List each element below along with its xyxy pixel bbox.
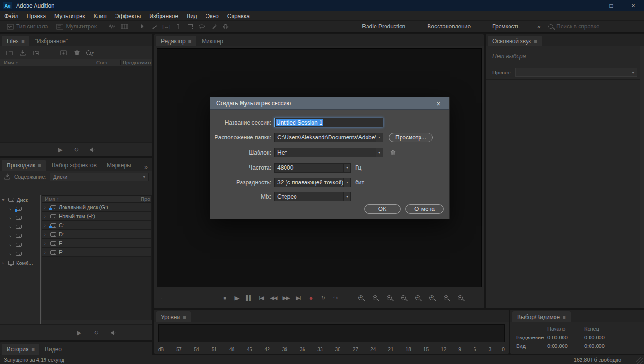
template-select[interactable]: Нет ▾ <box>274 148 383 157</box>
tab-history[interactable]: История ≡ <box>2 344 39 355</box>
chevron-right-icon[interactable]: › <box>9 215 13 221</box>
tab-video[interactable]: Видео <box>40 344 66 355</box>
session-name-input[interactable]: Untitled Session 1 <box>274 118 383 127</box>
chevron-right-icon[interactable]: › <box>9 242 13 248</box>
panel-menu-icon[interactable]: ≡ <box>38 163 41 168</box>
panel-menu-icon[interactable]: ≡ <box>534 38 537 44</box>
chevron-right-icon[interactable]: › <box>9 251 13 257</box>
zoom-in-at-out-point-icon[interactable] <box>441 293 451 302</box>
menu-file[interactable]: Файл <box>0 13 23 19</box>
tree-drive-row[interactable]: › <box>0 240 40 249</box>
tab-explorer[interactable]: Проводник ≡ <box>2 160 46 171</box>
rewind-icon[interactable]: ◀◀ <box>268 292 280 303</box>
tree-root-row[interactable]: ▾ Диск <box>0 195 40 204</box>
files-play-icon[interactable]: ▶ <box>56 146 64 153</box>
waveform-editor-button[interactable]: Тип сигнала <box>3 22 52 31</box>
tab-selection-view[interactable]: Выбор/Видимое ≡ <box>512 311 571 322</box>
zoom-out-amplitude-icon[interactable] <box>398 293 408 302</box>
zoom-out-time-icon[interactable] <box>370 293 380 302</box>
tab-mixer[interactable]: Микшер <box>197 36 228 46</box>
dialog-close-icon[interactable]: × <box>434 100 443 108</box>
chevron-down-icon[interactable]: ▾ <box>376 148 383 157</box>
drive-row[interactable]: ›Локальный диск (G:) <box>42 203 151 212</box>
skip-to-end-icon[interactable]: ▶| <box>292 292 304 303</box>
marquee-selection-tool-icon[interactable] <box>185 22 196 31</box>
menu-help[interactable]: Справка <box>223 13 254 19</box>
drive-row[interactable]: ›C: <box>42 221 151 230</box>
tree-drive-row[interactable]: › <box>0 222 40 231</box>
menu-effects[interactable]: Эффекты <box>111 13 145 19</box>
browser-autoplay-speaker-icon[interactable] <box>109 330 117 336</box>
workspace-restoration[interactable]: Восстановление <box>417 23 481 30</box>
loop-playback-icon[interactable]: ↻ <box>317 292 329 303</box>
bit-depth-combo[interactable]: 32 (с плавающей точкой) ▾ <box>274 178 351 187</box>
skip-selection-icon[interactable]: ↪ <box>329 292 341 303</box>
column-name[interactable]: Имя ↑ <box>42 196 139 202</box>
ok-button[interactable]: OK <box>364 204 401 214</box>
pause-icon[interactable]: ▌▌ <box>243 292 255 303</box>
multitrack-editor-button[interactable]: Мультитрек <box>53 22 100 31</box>
tab-editor[interactable]: Редактор ≡ <box>156 36 196 46</box>
open-file-icon[interactable] <box>4 48 15 57</box>
help-search-field[interactable]: Поиск в справке <box>548 23 639 30</box>
drive-row[interactable]: ›E: <box>42 239 151 248</box>
tab-effects-rack[interactable]: Набор эффектов <box>47 160 101 171</box>
tree-splitter[interactable] <box>40 195 41 324</box>
chevron-down-icon[interactable]: ▾ <box>343 164 350 172</box>
chevron-down-icon[interactable]: ▾ <box>343 192 350 201</box>
show-waveform-icon[interactable] <box>107 22 118 31</box>
chevron-right-icon[interactable]: › <box>9 224 13 230</box>
workspace-radio-production[interactable]: Radio Production <box>351 23 416 30</box>
stop-icon[interactable]: ■ <box>218 292 231 303</box>
column-duration[interactable]: Про <box>139 196 151 202</box>
chevron-down-icon[interactable]: ▾ <box>376 133 383 142</box>
zoom-in-time-icon[interactable] <box>356 293 366 302</box>
maximize-icon[interactable]: □ <box>600 0 622 11</box>
time-selection-tool-icon[interactable] <box>173 22 184 31</box>
zoom-to-selection-icon[interactable] <box>455 293 465 302</box>
tree-computer-row[interactable]: › Комб... <box>0 258 40 267</box>
browser-loop-icon[interactable]: ↻ <box>92 329 100 336</box>
chevron-right-icon[interactable]: › <box>44 204 48 210</box>
insert-into-multitrack-icon[interactable] <box>58 48 69 57</box>
preset-select[interactable]: ▾ <box>515 68 638 77</box>
panel-menu-icon[interactable]: ≡ <box>188 38 191 44</box>
menu-multitrack[interactable]: Мультитрек <box>50 13 89 19</box>
chevron-right-icon[interactable]: › <box>44 240 48 246</box>
level-meter[interactable] <box>158 324 505 342</box>
chevron-down-icon[interactable]: ▾ <box>2 197 6 203</box>
tree-drive-row[interactable]: › <box>0 231 40 240</box>
tab-favorites[interactable]: "Избранное" <box>30 36 72 46</box>
column-name[interactable]: Имя ↑ <box>0 60 94 65</box>
browser-play-icon[interactable]: ▶ <box>75 329 83 336</box>
new-item-icon[interactable] <box>30 48 42 57</box>
panel-menu-icon[interactable]: ≡ <box>563 314 565 320</box>
files-search-icon[interactable]: ▾ <box>84 48 96 57</box>
zoom-in-at-in-point-icon[interactable] <box>427 293 437 302</box>
tree-drive-row[interactable]: › <box>0 213 40 222</box>
paintbrush-tool-icon[interactable] <box>208 22 219 31</box>
files-autoplay-speaker-icon[interactable] <box>88 147 97 153</box>
menu-clip[interactable]: Клип <box>89 13 111 19</box>
files-list-empty[interactable] <box>0 66 152 142</box>
cancel-button[interactable]: Отмена <box>405 204 444 214</box>
dialog-titlebar[interactable]: Создать Мультитрек сессию × <box>210 97 449 110</box>
chevron-right-icon[interactable]: › <box>44 231 48 237</box>
drive-row[interactable]: ›Новый том (H:) <box>42 212 151 221</box>
tab-markers[interactable]: Маркеры <box>102 160 136 171</box>
menu-edit[interactable]: Правка <box>23 13 51 19</box>
files-loop-icon[interactable]: ↻ <box>72 146 80 153</box>
chevron-right-icon[interactable]: › <box>9 206 13 212</box>
browse-button[interactable]: Просмотр... <box>389 133 433 142</box>
menu-view[interactable]: Вид <box>182 13 201 19</box>
fast-forward-icon[interactable]: ▶▶ <box>280 292 292 303</box>
panel-menu-icon[interactable]: ≡ <box>21 38 24 44</box>
import-shortcut-icon[interactable] <box>4 173 10 181</box>
close-icon[interactable]: × <box>622 0 644 11</box>
delete-template-icon[interactable] <box>390 149 396 156</box>
workspace-overflow-icon[interactable]: » <box>531 23 547 30</box>
record-icon[interactable]: ● <box>304 292 317 303</box>
minimize-icon[interactable]: – <box>579 0 600 11</box>
razor-tool-icon[interactable] <box>149 22 160 31</box>
play-icon[interactable]: ▶ <box>231 292 243 303</box>
